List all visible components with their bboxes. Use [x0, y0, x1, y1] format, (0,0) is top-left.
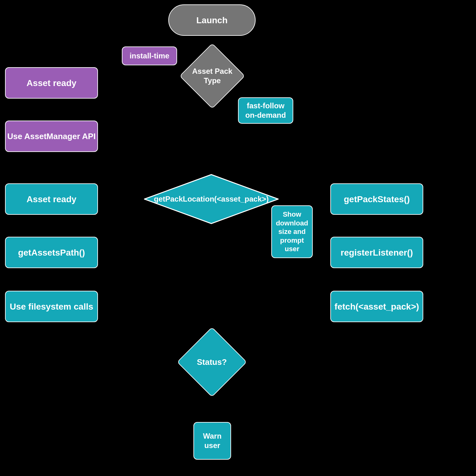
label-get-assets-path: getAssetsPath(): [18, 247, 85, 258]
node-register-listener: registerListener(): [330, 237, 423, 268]
node-show-download-prompt: Show download size and prompt user: [271, 205, 313, 258]
node-get-pack-location: getPackLocation(<asset_pack>): [144, 174, 279, 224]
label-launch: Launch: [196, 15, 228, 26]
node-warn-user: Warn user: [193, 422, 231, 460]
node-get-pack-states: getPackStates(): [330, 183, 423, 215]
label-use-filesystem: Use filesystem calls: [10, 301, 93, 312]
node-install-time: install-time: [122, 46, 177, 65]
label-use-assetmanager: Use AssetManager API: [7, 131, 95, 142]
label-install-time: install-time: [130, 51, 170, 61]
label-asset-ready-purple: Asset ready: [27, 78, 77, 89]
node-launch: Launch: [168, 4, 256, 36]
node-use-filesystem-calls: Use filesystem calls: [5, 291, 98, 322]
node-asset-ready-purple: Asset ready: [5, 67, 98, 99]
node-fast-follow-on-demand: fast-follow on-demand: [238, 97, 293, 124]
node-asset-ready-teal: Asset ready: [5, 183, 98, 215]
node-use-assetmanager-api: Use AssetManager API: [5, 121, 98, 152]
label-status: Status?: [197, 357, 227, 367]
label-show-download: Show download size and prompt user: [276, 210, 308, 253]
label-asset-pack-type: Asset Pack Type: [192, 67, 232, 85]
label-warn-user: Warn user: [203, 431, 221, 450]
label-fast-follow: fast-follow on-demand: [245, 101, 286, 120]
node-asset-pack-type: Asset Pack Type: [189, 53, 235, 99]
label-register-listener: registerListener(): [341, 247, 413, 258]
label-get-pack-location: getPackLocation(<asset_pack>): [154, 195, 269, 203]
label-asset-ready-teal: Asset ready: [27, 194, 77, 205]
node-status: Status?: [187, 337, 237, 387]
node-fetch-asset-pack: fetch(<asset_pack>): [330, 291, 423, 322]
label-get-pack-states: getPackStates(): [344, 194, 410, 205]
label-fetch-asset-pack: fetch(<asset_pack>): [334, 301, 419, 312]
node-get-assets-path: getAssetsPath(): [5, 237, 98, 268]
